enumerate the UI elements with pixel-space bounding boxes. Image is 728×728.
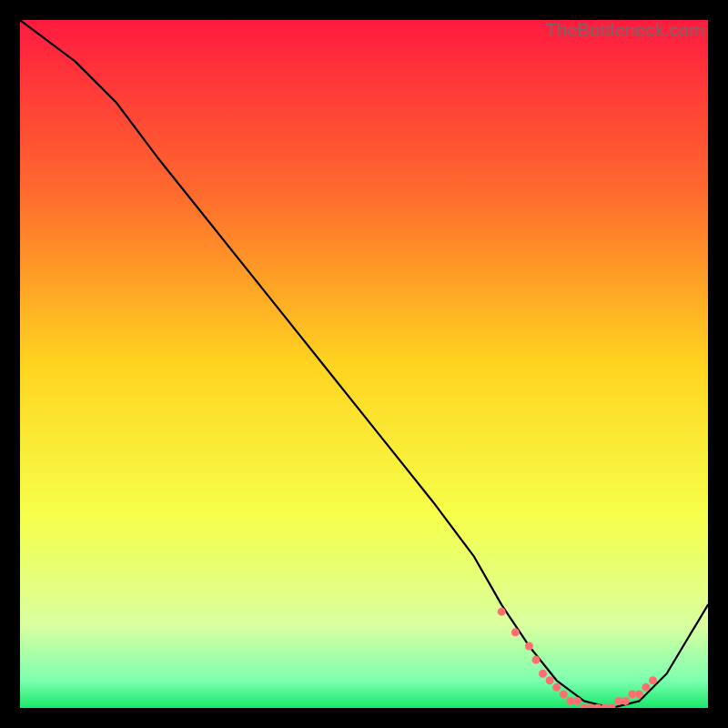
marker-dot (525, 642, 533, 650)
marker-dot (532, 656, 541, 664)
marker-dot (573, 697, 581, 705)
marker-dot (511, 628, 520, 636)
marker-dot (498, 608, 506, 616)
marker-dot (560, 690, 568, 698)
marker-dot (546, 676, 554, 684)
gradient-background (20, 20, 708, 708)
chart-frame: TheBottleneck.com (20, 20, 708, 708)
marker-dot (539, 670, 547, 678)
marker-dot (642, 683, 650, 692)
marker-dot (649, 676, 657, 684)
watermark-text: TheBottleneck.com (545, 20, 704, 41)
marker-dot (552, 683, 561, 692)
marker-dot (635, 690, 643, 698)
marker-dot (622, 697, 630, 705)
bottleneck-chart (20, 20, 708, 708)
